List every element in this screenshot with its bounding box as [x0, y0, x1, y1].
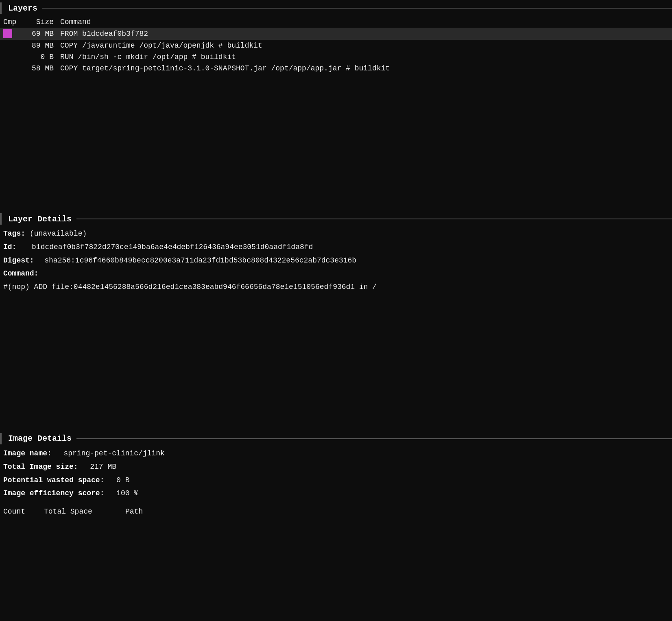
layers-top-border — [42, 8, 672, 9]
layers-indicator — [0, 2, 2, 14]
id-value: b1dcdeaf0b3f7822d270ce149ba6ae4e4debf126… — [32, 243, 313, 251]
layer-size-cell: 89 MB — [24, 42, 60, 50]
image-details-indicator — [0, 433, 2, 444]
potential-wasted-space-value: 0 B — [116, 476, 129, 484]
th-count: Count — [3, 507, 44, 516]
cmp-indicator — [3, 29, 12, 38]
layer-details-indicator — [0, 213, 2, 225]
layer-command-cell: RUN /bin/sh -c mkdir /opt/app # buildkit — [60, 53, 672, 61]
efficiency-score-value: 100 % — [116, 489, 138, 497]
layer-size-cell: 0 B — [24, 53, 60, 61]
layer-details-top-border — [76, 219, 672, 219]
image-details-header-bar: Image Details — [0, 431, 672, 447]
id-label: Id: — [3, 243, 16, 251]
total-image-size-line: Total Image size: 217 MB — [0, 460, 672, 474]
image-details-title: Image Details — [8, 434, 72, 443]
layers-title: Layers — [8, 4, 37, 13]
layers-header-bar: Layers — [0, 0, 672, 16]
layer-cmp-cell — [3, 29, 24, 38]
potential-wasted-space-line: Potential wasted space: 0 B — [0, 474, 672, 487]
layer-row[interactable]: 58 MBCOPY target/spring-petclinic-3.1.0-… — [0, 63, 672, 74]
th-path: Path — [125, 507, 669, 516]
image-details-section: Image Details Image name: spring-pet-cli… — [0, 424, 672, 519]
layer-row[interactable]: 89 MBCOPY /javaruntime /opt/java/openjdk… — [0, 40, 672, 51]
layer-size-cell: 69 MB — [24, 30, 60, 38]
command-label: Command: — [3, 269, 38, 278]
col-header-cmp: Cmp — [3, 18, 24, 26]
layer-details-section: Layer Details Tags: (unavailable) Id: b1… — [0, 204, 672, 294]
potential-wasted-space-label: Potential wasted space: — [3, 476, 104, 484]
image-name-line: Image name: spring-pet-clinic/jlink — [0, 447, 672, 460]
tags-value: (unavailable) — [30, 230, 87, 238]
layer-row[interactable]: 0 BRUN /bin/sh -c mkdir /opt/app # build… — [0, 51, 672, 63]
digest-value: sha256:1c96f4660b849becc8200e3a711da23fd… — [44, 256, 356, 265]
total-image-size-label: Total Image size: — [3, 463, 78, 471]
file-table-headers: Count Total Space Path — [0, 504, 672, 519]
layer-size-cell: 58 MB — [24, 64, 60, 72]
efficiency-score-line: Image efficiency score: 100 % — [0, 487, 672, 500]
tags-label: Tags: — [3, 230, 25, 238]
total-image-size-value: 217 MB — [90, 463, 116, 471]
efficiency-score-label: Image efficiency score: — [3, 489, 104, 497]
layers-column-headers: Cmp Size Command — [0, 16, 672, 28]
col-header-size: Size — [24, 18, 60, 26]
layer-rows-container: 69 MBFROM b1dcdeaf0b3f78289 MBCOPY /java… — [0, 28, 672, 74]
image-name-value: spring-pet-clinic/jlink — [63, 449, 164, 457]
col-header-command: Command — [60, 18, 91, 26]
layers-section: Layers Cmp Size Command 69 MBFROM b1dcde… — [0, 0, 672, 74]
layer-row[interactable]: 69 MBFROM b1dcdeaf0b3f782 — [0, 28, 672, 40]
digest-label: Digest: — [3, 256, 34, 265]
id-line: Id: b1dcdeaf0b3f7822d270ce149ba6ae4e4deb… — [0, 241, 672, 254]
digest-line: Digest: sha256:1c96f4660b849becc8200e3a7… — [0, 254, 672, 267]
layer-command-cell: COPY target/spring-petclinic-3.1.0-SNAPS… — [60, 64, 672, 72]
layer-details-header-bar: Layer Details — [0, 211, 672, 227]
layer-command-cell: COPY /javaruntime /opt/java/openjdk # bu… — [60, 42, 672, 50]
tags-line: Tags: (unavailable) — [0, 227, 672, 241]
image-name-label: Image name: — [3, 449, 52, 457]
command-label-line: Command: — [0, 267, 672, 280]
layer-command-cell: FROM b1dcdeaf0b3f782 — [60, 30, 672, 38]
command-value: #(nop) ADD file:04482e1456288a566d216ed1… — [3, 283, 377, 291]
th-total-space: Total Space — [44, 507, 125, 516]
image-details-top-border — [76, 438, 672, 439]
command-value-line: #(nop) ADD file:04482e1456288a566d216ed1… — [0, 280, 672, 294]
layer-details-title: Layer Details — [8, 214, 72, 224]
